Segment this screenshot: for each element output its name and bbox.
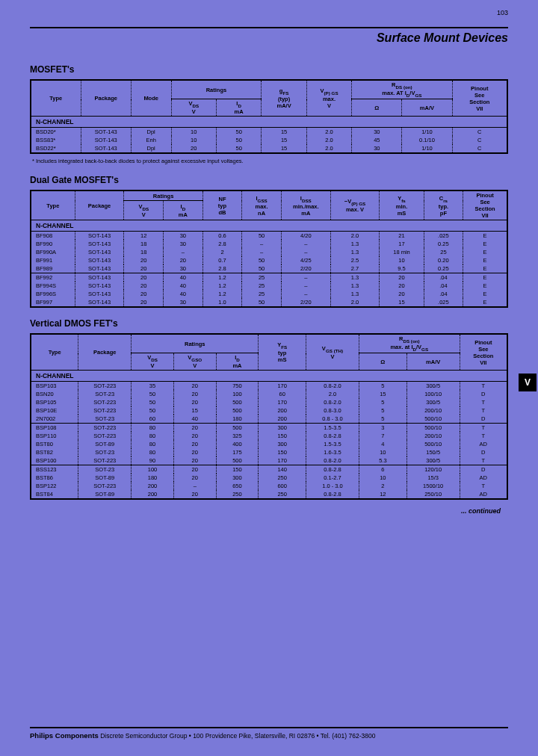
mosfet-footnote: * Includes integrated back-to-back diode… — [32, 158, 508, 164]
cell: 25 — [242, 282, 282, 290]
h-rds: RDS (on)max. AT ID/VGS — [352, 80, 452, 99]
vdmos-g2: BSP108SOT-22380205003001.5-3.53500/10TBS… — [31, 424, 507, 465]
cell: BF991 — [31, 256, 75, 264]
h-ratings: Ratings — [171, 80, 262, 99]
cell: 200 — [132, 482, 174, 490]
cell: 500 — [216, 398, 259, 406]
cell: 40 — [164, 290, 203, 298]
cell: 150 — [216, 465, 259, 474]
cell: 50 — [242, 256, 282, 264]
cell: 300/5 — [406, 382, 460, 391]
cell: 10 — [380, 256, 424, 264]
cell: 90 — [132, 456, 174, 465]
cell: SOT-223 — [78, 424, 132, 433]
cell: AD — [460, 490, 507, 499]
cell: SOT-143 — [81, 128, 131, 137]
table-row: BSS123SOT-23100201501400.8-2.86120/10D — [31, 465, 507, 474]
cell: Dpl — [131, 128, 171, 137]
footer-rest: Discrete Semiconductor Group • 100 Provi… — [100, 732, 375, 740]
cell: 750 — [216, 382, 259, 391]
cell: 300 — [259, 440, 306, 448]
cell: BST80 — [31, 440, 78, 448]
cell: 0.8-2.0 — [306, 456, 359, 465]
mosfet-title: MOSFET's — [30, 64, 508, 75]
cell: T — [460, 406, 507, 415]
cell: 2.0 — [330, 232, 380, 241]
h-ratings: Ratings — [132, 334, 259, 353]
table-row: BSP108SOT-22380205003001.5-3.53500/10T — [31, 424, 507, 433]
cell: E — [463, 298, 507, 307]
cell: 50 — [216, 136, 261, 144]
cell: AD — [460, 440, 507, 448]
cell: 20 — [173, 448, 216, 456]
h-nf: NFtypdB — [202, 190, 242, 220]
table-row: BST84SOT-89200202502500.8-2.812250/10AD — [31, 490, 507, 499]
cell: SOT-23 — [78, 390, 132, 398]
cell: 2.8 — [202, 240, 242, 248]
h-package: Package — [75, 190, 124, 220]
table-row: BSP103SOT-22335207501700.8-2.05300/5T — [31, 382, 507, 391]
cell: 250 — [259, 474, 306, 482]
cell: .025 — [424, 298, 463, 307]
h-yfs: YFStypmS — [259, 334, 306, 371]
footer: Philips Components Discrete Semiconducto… — [30, 727, 508, 740]
cell: 1.2 — [202, 282, 242, 290]
dualgate-channel: N-CHANNEL — [31, 220, 507, 232]
cell: 15 — [262, 144, 306, 153]
cell: BF990A — [31, 248, 75, 256]
cell: 20 — [173, 465, 216, 474]
cell: 20 — [124, 256, 164, 264]
cell: 170 — [259, 382, 306, 391]
cell: 1.3 — [330, 248, 380, 256]
cell: 1.2 — [202, 273, 242, 282]
h-id: IDmA — [216, 353, 259, 371]
cell: 100/10 — [406, 390, 460, 398]
cell: E — [463, 273, 507, 282]
h-package: Package — [78, 334, 132, 371]
cell: 20 — [380, 290, 424, 298]
cell: 0.8 - 3.0 — [306, 415, 359, 424]
h-type: Type — [31, 80, 81, 117]
cell: SOT-143 — [81, 144, 131, 153]
h-ohm: Ω — [359, 353, 406, 371]
table-row: BF990ASOT-14318–2––1.318 min25E — [31, 248, 507, 256]
cell: T — [460, 398, 507, 406]
continued-label: ... continued — [30, 507, 501, 515]
cell: 20 — [173, 390, 216, 398]
cell: BF989 — [31, 264, 75, 273]
cell: BSD22* — [31, 144, 81, 153]
cell: 150 — [259, 448, 306, 456]
cell: T — [460, 382, 507, 391]
cell: 200 — [259, 406, 306, 415]
table-row: BSP105SOT-22350205001700.8-2.05300/5T — [31, 398, 507, 406]
cell: 18 — [124, 248, 164, 256]
cell: 15 — [359, 390, 406, 398]
cell: E — [463, 290, 507, 298]
cell: 3 — [359, 424, 406, 433]
cell: AD — [460, 474, 507, 482]
cell: 20 — [173, 456, 216, 465]
cell: 200 — [259, 415, 306, 424]
mosfet-rows: BSD20*SOT-143Dpl1050152.0301/10CBSS83*SO… — [31, 128, 507, 154]
mosfet-table: Type Package Mode Ratings gFS(typ)mA/V V… — [30, 79, 508, 154]
table-row: BF994SSOT-14320401.225–1.320.04E — [31, 282, 507, 290]
cell: SOT-223 — [78, 398, 132, 406]
vdmos-g3: BSS123SOT-23100201501400.8-2.86120/10DBS… — [31, 465, 507, 500]
cell: 200/10 — [406, 432, 460, 440]
cell: SOT-143 — [75, 240, 124, 248]
cell: 20 — [164, 256, 203, 264]
cell: 20 — [124, 290, 164, 298]
cell: 30 — [352, 144, 402, 153]
cell: 0.7 — [202, 256, 242, 264]
cell: 500 — [216, 406, 259, 415]
cell: 40 — [164, 282, 203, 290]
cell: 1.3 — [330, 290, 380, 298]
cell: SOT-143 — [75, 264, 124, 273]
cell: BSN20 — [31, 390, 78, 398]
cell: 1500/10 — [406, 482, 460, 490]
cell: SOT-143 — [75, 290, 124, 298]
main-title: Surface Mount Devices — [30, 27, 508, 45]
cell: 500/10 — [406, 415, 460, 424]
h-pinout: PinoutSeeSectionVII — [463, 190, 507, 220]
cell: .025 — [424, 232, 463, 241]
